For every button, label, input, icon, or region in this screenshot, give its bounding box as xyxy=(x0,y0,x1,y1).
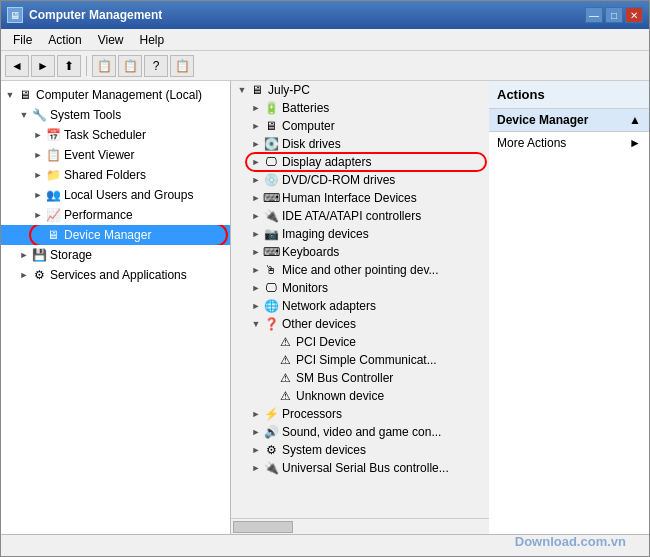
expander-task-scheduler[interactable]: ► xyxy=(31,128,45,142)
expander-storage[interactable]: ► xyxy=(17,248,31,262)
tree-item-local-users[interactable]: ► 👥 Local Users and Groups xyxy=(1,185,230,205)
expander-shared-folders[interactable]: ► xyxy=(31,168,45,182)
tree-item-network[interactable]: ► 🌐 Network adapters xyxy=(231,297,489,315)
tree-label-services: Services and Applications xyxy=(50,268,187,282)
tree-item-keyboards[interactable]: ► ⌨ Keyboards xyxy=(231,243,489,261)
tree-item-usb[interactable]: ► 🔌 Universal Serial Bus controlle... xyxy=(231,459,489,477)
menu-action[interactable]: Action xyxy=(40,31,89,49)
menu-bar: File Action View Help xyxy=(1,29,649,51)
expander-processors[interactable]: ► xyxy=(249,407,263,421)
tree-item-july-pc[interactable]: ▼ 🖥 July-PC xyxy=(231,81,489,99)
close-button[interactable]: ✕ xyxy=(625,7,643,23)
help-button[interactable]: ? xyxy=(144,55,168,77)
expander-local-users[interactable]: ► xyxy=(31,188,45,202)
expander-ide-atapi[interactable]: ► xyxy=(249,209,263,223)
expander-system-devices[interactable]: ► xyxy=(249,443,263,457)
window-controls: — □ ✕ xyxy=(585,7,643,23)
tree-item-event-viewer[interactable]: ► 📋 Event Viewer xyxy=(1,145,230,165)
tree-item-storage[interactable]: ► 💾 Storage xyxy=(1,245,230,265)
tree-item-sm-bus[interactable]: ⚠ SM Bus Controller xyxy=(231,369,489,387)
horizontal-scrollbar[interactable] xyxy=(231,518,489,534)
tree-item-services[interactable]: ► ⚙ Services and Applications xyxy=(1,265,230,285)
expander-mice[interactable]: ► xyxy=(249,263,263,277)
expander-network[interactable]: ► xyxy=(249,299,263,313)
expander-sound[interactable]: ► xyxy=(249,425,263,439)
tree-label-performance: Performance xyxy=(64,208,133,222)
system-devices-icon: ⚙ xyxy=(263,442,279,458)
tree-item-computer-mgmt[interactable]: ▼ 🖥 Computer Management (Local) xyxy=(1,85,230,105)
menu-help[interactable]: Help xyxy=(132,31,173,49)
tree-item-system-devices[interactable]: ► ⚙ System devices xyxy=(231,441,489,459)
tree-item-computer[interactable]: ► 🖥 Computer xyxy=(231,117,489,135)
tree-item-sound[interactable]: ► 🔊 Sound, video and game con... xyxy=(231,423,489,441)
computer-mgmt-icon: 🖥 xyxy=(17,87,33,103)
tree-label-display-adapters: Display adapters xyxy=(282,155,371,169)
show-hide-button[interactable]: 📋 xyxy=(92,55,116,77)
menu-file[interactable]: File xyxy=(5,31,40,49)
expander-disk-drives[interactable]: ► xyxy=(249,137,263,151)
tree-item-ide-atapi[interactable]: ► 🔌 IDE ATA/ATAPI controllers xyxy=(231,207,489,225)
tree-item-task-scheduler[interactable]: ► 📅 Task Scheduler xyxy=(1,125,230,145)
tree-item-human-interface[interactable]: ► ⌨ Human Interface Devices xyxy=(231,189,489,207)
expander-dvd-rom[interactable]: ► xyxy=(249,173,263,187)
tree-item-performance[interactable]: ► 📈 Performance xyxy=(1,205,230,225)
expander-july-pc[interactable]: ▼ xyxy=(235,83,249,97)
tree-label-sound: Sound, video and game con... xyxy=(282,425,441,439)
maximize-button[interactable]: □ xyxy=(605,7,623,23)
expander-imaging[interactable]: ► xyxy=(249,227,263,241)
expander-other-devices[interactable]: ▼ xyxy=(249,317,263,331)
tree-item-system-tools[interactable]: ▼ 🔧 System Tools xyxy=(1,105,230,125)
tree-label-batteries: Batteries xyxy=(282,101,329,115)
expander-system-tools[interactable]: ▼ xyxy=(17,108,31,122)
tree-item-pci-device[interactable]: ⚠ PCI Device xyxy=(231,333,489,351)
expander-device-manager xyxy=(31,228,45,242)
expander-computer-mgmt[interactable]: ▼ xyxy=(3,88,17,102)
tree-item-monitors[interactable]: ► 🖵 Monitors xyxy=(231,279,489,297)
expander-monitors[interactable]: ► xyxy=(249,281,263,295)
expander-display-adapters[interactable]: ► xyxy=(249,155,263,169)
tree-label-processors: Processors xyxy=(282,407,342,421)
expander-keyboards[interactable]: ► xyxy=(249,245,263,259)
actions-more-actions[interactable]: More Actions ► xyxy=(489,132,649,154)
tree-item-batteries[interactable]: ► 🔋 Batteries xyxy=(231,99,489,117)
middle-panel: ▼ 🖥 July-PC ► 🔋 Batteries ► 🖥 Computer xyxy=(231,81,489,518)
back-button[interactable]: ◄ xyxy=(5,55,29,77)
menu-view[interactable]: View xyxy=(90,31,132,49)
expander-usb[interactable]: ► xyxy=(249,461,263,475)
tree-item-display-adapters[interactable]: ► 🖵 Display adapters xyxy=(231,153,489,171)
expander-computer[interactable]: ► xyxy=(249,119,263,133)
expander-performance[interactable]: ► xyxy=(31,208,45,222)
tree-label-july-pc: July-PC xyxy=(268,83,310,97)
tree-label-pci-simple: PCI Simple Communicat... xyxy=(296,353,437,367)
forward-button[interactable]: ► xyxy=(31,55,55,77)
tree-label-network: Network adapters xyxy=(282,299,376,313)
expander-event-viewer[interactable]: ► xyxy=(31,148,45,162)
h-scroll-thumb[interactable] xyxy=(233,521,293,533)
tree-item-unknown[interactable]: ⚠ Unknown device xyxy=(231,387,489,405)
tree-label-monitors: Monitors xyxy=(282,281,328,295)
tree-item-other-devices[interactable]: ▼ ❓ Other devices xyxy=(231,315,489,333)
tree-item-imaging[interactable]: ► 📷 Imaging devices xyxy=(231,225,489,243)
pci-simple-icon: ⚠ xyxy=(277,352,293,368)
tree-label-usb: Universal Serial Bus controlle... xyxy=(282,461,449,475)
tree-item-dvd-rom[interactable]: ► 💿 DVD/CD-ROM drives xyxy=(231,171,489,189)
extra-button[interactable]: 📋 xyxy=(170,55,194,77)
up-button[interactable]: ⬆ xyxy=(57,55,81,77)
expander-human-interface[interactable]: ► xyxy=(249,191,263,205)
tree-item-device-manager[interactable]: 🖥 Device Manager xyxy=(1,225,230,245)
actions-header: Actions xyxy=(489,81,649,109)
minimize-button[interactable]: — xyxy=(585,7,603,23)
expander-batteries[interactable]: ► xyxy=(249,101,263,115)
tree-item-disk-drives[interactable]: ► 💽 Disk drives xyxy=(231,135,489,153)
tree-label-other-devices: Other devices xyxy=(282,317,356,331)
tree-item-mice[interactable]: ► 🖱 Mice and other pointing dev... xyxy=(231,261,489,279)
actions-section-arrow: ▲ xyxy=(629,113,641,127)
tree-label-task-scheduler: Task Scheduler xyxy=(64,128,146,142)
expander-services[interactable]: ► xyxy=(17,268,31,282)
tree-item-shared-folders[interactable]: ► 📁 Shared Folders xyxy=(1,165,230,185)
tree-item-processors[interactable]: ► ⚡ Processors xyxy=(231,405,489,423)
tree-label-pci-device: PCI Device xyxy=(296,335,356,349)
tree-label-unknown: Unknown device xyxy=(296,389,384,403)
tree-item-pci-simple[interactable]: ⚠ PCI Simple Communicat... xyxy=(231,351,489,369)
properties-button[interactable]: 📋 xyxy=(118,55,142,77)
